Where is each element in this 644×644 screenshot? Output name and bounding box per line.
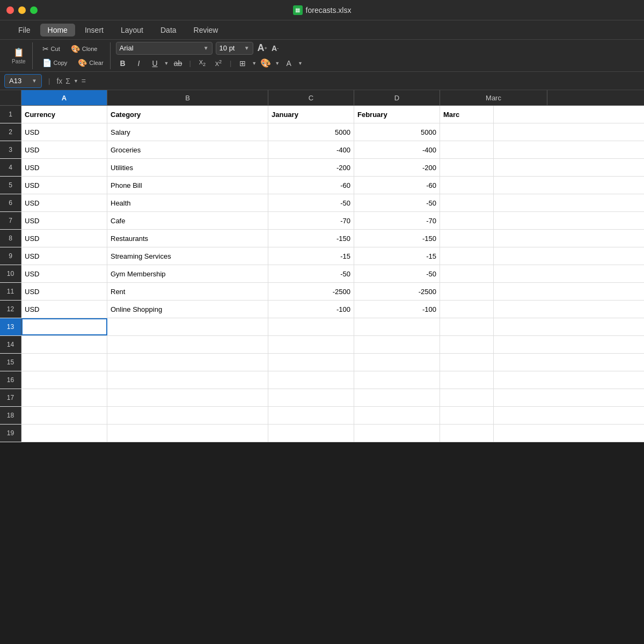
row-number[interactable]: 17 [0, 389, 21, 406]
col-header-a[interactable]: A [21, 90, 107, 105]
table-cell[interactable]: Health [107, 194, 268, 211]
font-name-select[interactable]: Arial ▼ [116, 42, 213, 55]
fontcolor-arrow[interactable]: ▼ [298, 61, 303, 66]
table-cell[interactable]: USD [21, 141, 107, 158]
menu-home[interactable]: Home [40, 24, 75, 36]
table-cell[interactable] [21, 407, 107, 424]
table-cell[interactable]: Streaming Services [107, 247, 268, 265]
menu-file[interactable]: File [11, 24, 38, 36]
table-cell[interactable]: Groceries [107, 141, 268, 158]
superscript-button[interactable]: X2 [211, 57, 225, 70]
table-cell[interactable]: USD [21, 283, 107, 300]
table-cell[interactable] [107, 318, 268, 335]
table-cell[interactable]: -150 [268, 230, 354, 247]
col-header-e[interactable]: Marc [440, 90, 547, 105]
table-cell[interactable] [440, 265, 494, 282]
maximize-button[interactable] [30, 6, 38, 14]
table-cell[interactable] [440, 371, 494, 389]
equals-label[interactable]: = [82, 77, 86, 85]
table-cell[interactable] [268, 318, 354, 335]
table-cell[interactable] [440, 354, 494, 371]
table-cell[interactable] [354, 354, 440, 371]
bold-button[interactable]: B [116, 57, 130, 70]
cut-button[interactable]: ✂ Cut [38, 42, 64, 55]
col-header-d[interactable]: D [354, 90, 440, 105]
table-cell[interactable] [354, 425, 440, 442]
table-cell[interactable] [440, 318, 494, 335]
table-cell[interactable]: Phone Bill [107, 177, 268, 194]
table-cell[interactable] [354, 407, 440, 424]
table-cell[interactable] [107, 407, 268, 424]
table-cell[interactable] [440, 159, 494, 176]
table-cell[interactable] [440, 301, 494, 318]
table-cell[interactable]: -150 [354, 230, 440, 247]
row-number[interactable]: 9 [0, 247, 21, 265]
row-number[interactable]: 1 [0, 106, 21, 123]
table-cell[interactable]: USD [21, 247, 107, 265]
row-number[interactable]: 16 [0, 371, 21, 389]
table-cell[interactable] [440, 141, 494, 158]
border-button[interactable]: ⊞ [236, 57, 250, 70]
table-cell[interactable] [21, 336, 107, 353]
copy-button[interactable]: 📄 Copy [38, 56, 72, 69]
underline-button[interactable]: U [148, 57, 162, 70]
row-number[interactable]: 19 [0, 425, 21, 442]
paste-button[interactable]: 📋 Paste [8, 45, 30, 67]
table-cell[interactable]: -2500 [268, 283, 354, 300]
table-cell[interactable] [21, 425, 107, 442]
row-number[interactable]: 10 [0, 265, 21, 282]
row-number[interactable]: 2 [0, 123, 21, 141]
table-cell[interactable]: USD [21, 301, 107, 318]
selected-cell[interactable] [21, 318, 107, 335]
table-cell[interactable]: USD [21, 230, 107, 247]
table-cell[interactable] [107, 389, 268, 406]
table-cell[interactable]: Marc [440, 106, 494, 123]
menu-layout[interactable]: Layout [113, 24, 151, 36]
table-cell[interactable]: USD [21, 194, 107, 211]
table-cell[interactable] [268, 407, 354, 424]
highlight-arrow[interactable]: ▼ [275, 61, 280, 66]
row-number[interactable]: 14 [0, 336, 21, 353]
row-number[interactable]: 11 [0, 283, 21, 300]
table-cell[interactable] [268, 336, 354, 353]
row-number[interactable]: 18 [0, 407, 21, 424]
row-number[interactable]: 15 [0, 354, 21, 371]
menu-review[interactable]: Review [186, 24, 226, 36]
table-cell[interactable]: -100 [354, 301, 440, 318]
table-cell[interactable]: USD [21, 212, 107, 229]
sigma-label[interactable]: Σ [65, 77, 70, 85]
table-cell[interactable]: 5000 [354, 123, 440, 141]
menu-data[interactable]: Data [153, 24, 184, 36]
table-cell[interactable] [268, 425, 354, 442]
menu-insert[interactable]: Insert [77, 24, 111, 36]
table-cell[interactable]: 5000 [268, 123, 354, 141]
minimize-button[interactable] [18, 6, 26, 14]
table-cell[interactable]: Category [107, 106, 268, 123]
font-size-select[interactable]: 10 pt ▼ [216, 42, 253, 55]
table-cell[interactable] [107, 425, 268, 442]
table-cell[interactable]: -200 [268, 159, 354, 176]
table-cell[interactable] [440, 407, 494, 424]
clear-button[interactable]: 🎨 Clear [74, 56, 107, 69]
subscript-button[interactable]: X2 [195, 57, 209, 70]
table-cell[interactable]: -15 [268, 247, 354, 265]
table-cell[interactable]: -200 [354, 159, 440, 176]
formula-input[interactable] [90, 74, 640, 88]
italic-button[interactable]: I [132, 57, 146, 70]
fx-label[interactable]: fx [56, 77, 62, 85]
table-cell[interactable]: USD [21, 177, 107, 194]
table-cell[interactable]: Online Shopping [107, 301, 268, 318]
row-number[interactable]: 6 [0, 194, 21, 211]
table-cell[interactable]: -400 [354, 141, 440, 158]
table-cell[interactable]: Currency [21, 106, 107, 123]
strikethrough-button[interactable]: ab [171, 57, 185, 70]
row-number[interactable]: 4 [0, 159, 21, 176]
table-cell[interactable] [21, 354, 107, 371]
table-cell[interactable]: -70 [268, 212, 354, 229]
table-cell[interactable] [440, 425, 494, 442]
table-cell[interactable] [354, 389, 440, 406]
table-cell[interactable]: Gym Membership [107, 265, 268, 282]
table-cell[interactable]: USD [21, 265, 107, 282]
close-button[interactable] [6, 6, 14, 14]
table-cell[interactable] [440, 247, 494, 265]
